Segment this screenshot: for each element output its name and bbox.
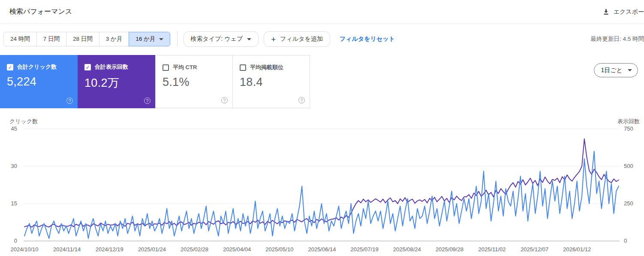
svg-text:0: 0 <box>14 238 17 244</box>
search-performance-page: 検索パフォーマンス エクスポー 24 時間 7 日間 28 日間 3 か月 16… <box>0 0 644 256</box>
check-icon <box>8 63 12 71</box>
chevron-down-icon <box>159 38 163 40</box>
chart-plot[interactable]: クリック数表示回数015304502505007502024/10/102024… <box>0 116 644 256</box>
date-range-label: 16 か月 <box>135 35 155 43</box>
svg-text:0: 0 <box>624 238 627 244</box>
page-title: 検索パフォーマンス <box>9 7 72 16</box>
svg-text:45: 45 <box>11 125 17 132</box>
download-icon <box>602 8 610 15</box>
metric-value: 10.2万 <box>84 75 148 91</box>
help-icon[interactable] <box>144 98 150 104</box>
svg-text:15: 15 <box>11 200 17 207</box>
svg-text:2025/04/04: 2025/04/04 <box>223 246 251 253</box>
total-clicks-card[interactable]: 合計クリック数 5,224 <box>0 55 78 108</box>
filter-toolbar: 24 時間 7 日間 28 日間 3 か月 16 か月 検索タイプ: ウェブ +… <box>0 24 644 54</box>
performance-chart[interactable]: クリック数表示回数015304502505007502024/10/102024… <box>0 116 644 256</box>
svg-text:2024/11/14: 2024/11/14 <box>53 246 81 253</box>
svg-text:表示回数: 表示回数 <box>617 118 640 125</box>
svg-text:2025/08/24: 2025/08/24 <box>393 246 421 253</box>
svg-text:750: 750 <box>624 125 633 132</box>
search-type-label: 検索タイプ: ウェブ <box>191 35 243 43</box>
date-range-28d[interactable]: 28 日間 <box>66 32 99 46</box>
date-range-label: 28 日間 <box>73 35 93 43</box>
svg-text:2025/01/24: 2025/01/24 <box>138 246 166 253</box>
date-range-16m-selected[interactable]: 16 か月 <box>129 32 170 46</box>
svg-text:2025/02/28: 2025/02/28 <box>181 246 208 253</box>
date-range-label: 3 か月 <box>106 35 123 43</box>
help-icon[interactable] <box>66 98 73 104</box>
metric-value: 18.4 <box>240 76 303 89</box>
chevron-down-icon <box>628 69 632 71</box>
add-filter-label: フィルタを追加 <box>280 35 323 43</box>
total-impressions-card[interactable]: 合計表示回数 10.2万 <box>78 55 155 108</box>
plus-icon: + <box>271 35 276 43</box>
help-icon[interactable] <box>221 97 228 104</box>
metric-value: 5.1% <box>163 76 226 89</box>
export-button[interactable]: エクスポー <box>602 8 644 16</box>
metric-label: 平均 CTR <box>173 64 197 71</box>
granularity-dropdown[interactable]: 1日ごと <box>594 63 638 77</box>
check-icon <box>85 63 90 71</box>
chevron-down-icon <box>247 38 251 40</box>
page-header: 検索パフォーマンス エクスポー <box>0 0 644 24</box>
metric-label: 平均掲載順位 <box>250 64 283 71</box>
metric-value: 5,224 <box>7 75 71 88</box>
date-range-7d[interactable]: 7 日間 <box>36 32 66 46</box>
date-range-3m[interactable]: 3 か月 <box>99 32 129 46</box>
checkbox-unchecked-icon[interactable] <box>163 64 169 71</box>
help-icon[interactable] <box>298 97 305 104</box>
date-range-segmented-control: 24 時間 7 日間 28 日間 3 か月 16 か月 <box>3 32 170 46</box>
add-filter-button[interactable]: + フィルタを追加 <box>264 31 330 47</box>
metric-label: 合計クリック数 <box>17 63 57 71</box>
search-type-dropdown[interactable]: 検索タイプ: ウェブ <box>184 31 259 47</box>
svg-text:2025/12/07: 2025/12/07 <box>521 246 548 253</box>
reset-filters-link[interactable]: フィルタをリセット <box>340 35 395 43</box>
avg-position-card[interactable]: 平均掲載順位 18.4 <box>232 55 310 108</box>
date-range-label: 7 日間 <box>43 35 60 43</box>
export-label: エクスポー <box>614 8 644 16</box>
svg-text:2026/01/12: 2026/01/12 <box>563 246 591 253</box>
date-range-24h[interactable]: 24 時間 <box>3 32 37 46</box>
svg-text:2024/12/19: 2024/12/19 <box>96 246 123 253</box>
svg-text:クリック数: クリック数 <box>9 118 38 125</box>
toolbar-divider <box>177 31 178 47</box>
last-updated-text: 最終更新日: 4.5 時間 <box>590 35 644 43</box>
granularity-label: 1日ごと <box>601 67 623 74</box>
metric-label: 合計表示回数 <box>95 63 128 71</box>
svg-text:2025/06/14: 2025/06/14 <box>308 246 336 253</box>
checkbox-checked-icon[interactable] <box>7 64 13 70</box>
svg-text:30: 30 <box>11 163 17 169</box>
svg-text:2024/10/10: 2024/10/10 <box>10 246 38 253</box>
avg-ctr-card[interactable]: 平均 CTR 5.1% <box>155 55 233 108</box>
checkbox-checked-icon[interactable] <box>84 64 91 70</box>
svg-text:2025/07/19: 2025/07/19 <box>351 246 379 253</box>
svg-text:2025/05/10: 2025/05/10 <box>265 246 293 253</box>
svg-text:500: 500 <box>624 163 633 169</box>
checkbox-unchecked-icon[interactable] <box>240 64 246 71</box>
svg-text:2025/09/28: 2025/09/28 <box>436 246 463 253</box>
svg-text:2025/11/02: 2025/11/02 <box>478 246 506 253</box>
date-range-label: 24 時間 <box>10 35 30 43</box>
svg-text:250: 250 <box>624 200 633 207</box>
metric-cards: 合計クリック数 5,224 合計表示回数 10.2万 平均 CTR 5.1% <box>0 55 310 108</box>
